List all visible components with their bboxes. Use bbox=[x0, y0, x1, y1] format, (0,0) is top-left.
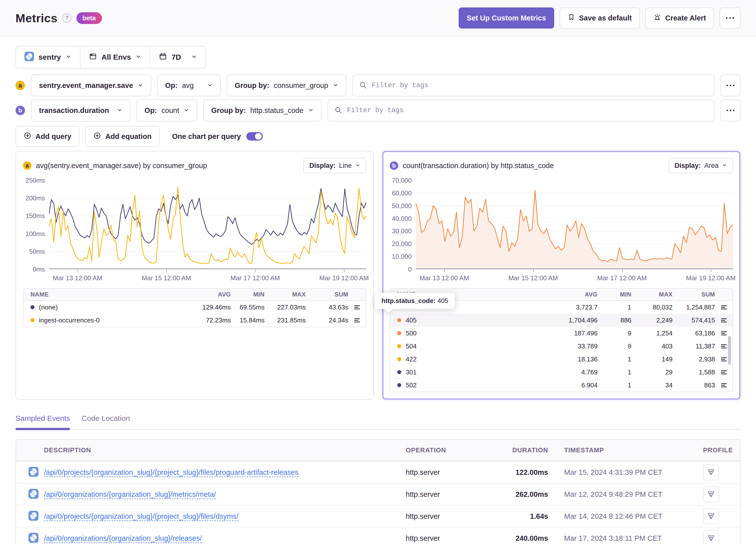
summary-table-row[interactable]: 5026.904134863 bbox=[390, 379, 733, 392]
query-badge-b: b bbox=[15, 106, 25, 115]
save-as-default-button[interactable]: Save as default bbox=[560, 7, 640, 28]
tag-filter-search-b bbox=[328, 99, 715, 121]
create-alert-button[interactable]: Create Alert bbox=[645, 7, 714, 28]
event-description-link[interactable]: /api/0/projects/{organization_slug}/{pro… bbox=[44, 468, 299, 476]
summary-column-header[interactable]: NAME bbox=[23, 291, 185, 298]
tab-code-location[interactable]: Code Location bbox=[81, 414, 130, 429]
summary-column-header[interactable]: SUM bbox=[306, 291, 348, 298]
plus-circle-icon bbox=[93, 132, 101, 141]
summary-value: 2,938 bbox=[673, 355, 715, 363]
summary-value: 3,723.7 bbox=[551, 303, 598, 311]
summary-column-header[interactable]: SUM bbox=[673, 291, 715, 298]
groupby-label: Group by: bbox=[211, 106, 246, 115]
tag-filter-input-a[interactable] bbox=[352, 74, 715, 96]
metric-select-a[interactable]: sentry.event_manager.save bbox=[31, 74, 151, 96]
series-color-dot bbox=[397, 318, 401, 322]
row-menu-icon[interactable] bbox=[715, 369, 733, 376]
header-overflow-menu-button[interactable] bbox=[720, 7, 741, 28]
summary-table-row[interactable]: (none)129.46ms69.55ms227.03ms43.63s bbox=[23, 301, 366, 314]
query-row-a: a sentry.event_manager.save Op: avg Grou… bbox=[15, 74, 741, 96]
op-select-b[interactable]: Op: count bbox=[136, 99, 197, 121]
metric-select-b[interactable]: transaction.duration bbox=[31, 99, 130, 121]
series-name: 502 bbox=[406, 381, 416, 389]
chevron-down-icon bbox=[207, 81, 213, 90]
y-axis-tick-label: 60,000 bbox=[392, 189, 412, 197]
summary-value: 34 bbox=[631, 381, 673, 389]
summary-column-header[interactable]: MIN bbox=[231, 291, 265, 298]
summary-column-header[interactable]: MAX bbox=[265, 291, 306, 298]
summary-value: 29 bbox=[631, 368, 673, 376]
y-axis-tick-label: 20,000 bbox=[392, 240, 412, 248]
summary-value: 63,186 bbox=[673, 329, 715, 337]
profile-button[interactable] bbox=[703, 464, 719, 480]
project-selector-value: sentry bbox=[38, 53, 61, 61]
summary-column-header[interactable]: AVG bbox=[551, 291, 598, 298]
details-tabs: Sampled EventsCode Location bbox=[15, 414, 741, 430]
metric-name: sentry.event_manager.save bbox=[39, 81, 133, 90]
profile-button[interactable] bbox=[703, 530, 719, 544]
column-header-timestamp: TIMESTAMP bbox=[548, 446, 703, 454]
event-description-link[interactable]: /api/0/organizations/{organization_slug}… bbox=[44, 534, 202, 542]
row-menu-icon[interactable] bbox=[715, 304, 733, 311]
op-select-a[interactable]: Op: avg bbox=[157, 74, 221, 96]
row-menu-icon[interactable] bbox=[348, 317, 366, 324]
python-project-icon bbox=[28, 533, 44, 544]
groupby-select-a[interactable]: Group by: consumer_group bbox=[227, 74, 346, 96]
summary-column-header[interactable]: AVG bbox=[185, 291, 231, 298]
chevron-down-icon bbox=[135, 53, 141, 61]
add-equation-button[interactable]: Add equation bbox=[85, 126, 159, 147]
chart-b-canvas[interactable] bbox=[416, 180, 733, 269]
chart-panel-a[interactable]: a avg(sentry.event_manager.save) by cons… bbox=[15, 151, 374, 400]
row-menu-icon[interactable] bbox=[715, 382, 733, 389]
chart-panel-b[interactable]: b count(transaction.duration) by http.st… bbox=[382, 151, 741, 400]
tab-sampled-events[interactable]: Sampled Events bbox=[15, 414, 70, 429]
profile-button[interactable] bbox=[703, 486, 719, 502]
series-name: ingest-occurrences-0 bbox=[39, 316, 100, 324]
tag-filter-input-b[interactable] bbox=[328, 99, 715, 121]
event-description: /api/0/projects/{organization_slug}/{pro… bbox=[44, 468, 406, 477]
event-description-link[interactable]: /api/0/projects/{organization_slug}/{pro… bbox=[44, 512, 239, 520]
query-b-overflow-button[interactable] bbox=[721, 99, 741, 121]
help-icon[interactable]: ? bbox=[62, 13, 71, 22]
event-description-link[interactable]: /api/0/organizations/{organization_slug}… bbox=[44, 490, 216, 498]
summary-value: 4.769 bbox=[551, 368, 598, 376]
summary-table-row[interactable]: 3014.7691291,588 bbox=[390, 366, 733, 379]
groupby-value: consumer_group bbox=[274, 81, 328, 90]
table-scrollbar-thumb[interactable] bbox=[728, 336, 731, 365]
summary-value: 1 bbox=[598, 368, 631, 376]
summary-table-row[interactable]: 500187.49691,25463,186 bbox=[390, 327, 733, 340]
beta-badge: beta bbox=[76, 12, 102, 24]
column-header-operation: OPERATION bbox=[406, 446, 488, 454]
summary-column-header[interactable]: MIN bbox=[598, 291, 631, 298]
series-color-dot bbox=[397, 383, 401, 387]
query-a-overflow-button[interactable] bbox=[721, 74, 741, 96]
y-axis-tick-label: 30,000 bbox=[392, 227, 412, 235]
row-menu-icon[interactable] bbox=[348, 304, 366, 311]
summary-table-row[interactable]: 50433.789940311,387 bbox=[390, 340, 733, 353]
profiling-flamegraph-icon bbox=[707, 468, 715, 477]
row-menu-icon[interactable] bbox=[715, 317, 733, 324]
date-range-selector[interactable]: 7D bbox=[150, 46, 205, 68]
one-chart-per-query-toggle[interactable] bbox=[246, 132, 263, 141]
environment-selector[interactable]: All Envs bbox=[80, 46, 150, 68]
chart-a-canvas[interactable] bbox=[49, 180, 366, 269]
profile-button[interactable] bbox=[703, 508, 719, 524]
chart-b-display-select[interactable]: Display: Area bbox=[669, 158, 733, 173]
page-header: Metrics ? beta Set Up Custom Metrics Sav… bbox=[0, 0, 756, 36]
project-selector[interactable]: sentry bbox=[16, 46, 80, 68]
y-axis-tick-label: 0 bbox=[408, 266, 412, 273]
chart-badge-b: b bbox=[390, 161, 398, 170]
summary-table-row[interactable]: 4051,704.4968862,249574,415 bbox=[390, 314, 733, 327]
row-menu-icon[interactable] bbox=[715, 330, 733, 337]
summary-column-header[interactable]: MAX bbox=[631, 291, 673, 298]
setup-custom-metrics-button[interactable]: Set Up Custom Metrics bbox=[459, 7, 554, 28]
add-query-button[interactable]: Add query bbox=[15, 126, 79, 147]
groupby-select-b[interactable]: Group by: http.status_code bbox=[203, 99, 321, 121]
y-axis-tick-label: 50,000 bbox=[392, 202, 412, 210]
chart-a-display-select[interactable]: Display: Line bbox=[303, 158, 366, 173]
summary-value: 1 bbox=[598, 381, 631, 389]
summary-value: 72.23ms bbox=[185, 316, 231, 324]
python-project-icon bbox=[28, 489, 44, 500]
summary-table-row[interactable]: ingest-occurrences-072.23ms15.84ms231.85… bbox=[23, 314, 366, 327]
summary-table-row[interactable]: 42218.13611492,938 bbox=[390, 353, 733, 366]
